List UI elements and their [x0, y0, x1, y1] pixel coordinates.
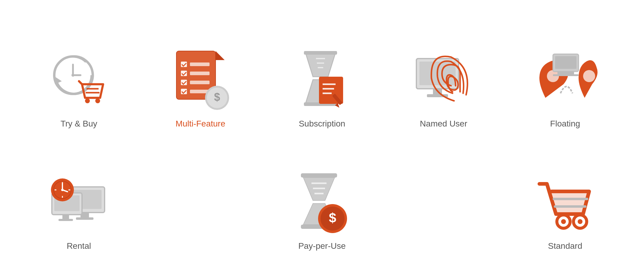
named-user-icon [413, 50, 474, 110]
try-buy-icon [49, 50, 109, 110]
empty-item-2 [383, 135, 504, 257]
multi-feature-item: $ Multi-Feature [140, 12, 261, 135]
svg-point-3 [71, 74, 74, 77]
try-buy-label: Try & Buy [61, 119, 97, 129]
floating-icon [535, 50, 595, 110]
svg-text:$: $ [329, 210, 336, 225]
standard-label: Standard [548, 241, 582, 251]
pay-per-use-item: $ Pay-per-Use [261, 135, 383, 257]
named-user-item: Named User [383, 12, 504, 135]
svg-point-58 [61, 189, 64, 191]
empty-item [140, 135, 261, 257]
svg-rect-48 [76, 217, 93, 220]
floating-label: Floating [550, 119, 580, 129]
svg-point-5 [85, 98, 90, 103]
subscription-item: Subscription [261, 12, 383, 135]
svg-rect-42 [555, 56, 576, 69]
svg-marker-10 [216, 51, 225, 60]
multi-feature-icon: $ [170, 50, 231, 110]
svg-point-6 [95, 98, 100, 103]
named-user-label: Named User [420, 119, 467, 129]
try-buy-item: Try & Buy [18, 12, 140, 135]
standard-icon [535, 172, 595, 232]
rental-item: Rental [18, 135, 140, 257]
standard-item: Standard [504, 135, 626, 257]
svg-rect-51 [62, 215, 69, 219]
svg-rect-15 [190, 72, 210, 75]
svg-rect-44 [553, 74, 579, 76]
svg-point-40 [583, 70, 595, 82]
svg-text:$: $ [214, 91, 220, 103]
svg-point-75 [561, 219, 566, 224]
floating-item: Floating [504, 12, 626, 135]
svg-rect-63 [301, 173, 337, 178]
multi-feature-label: Multi-Feature [175, 119, 225, 129]
rental-label: Rental [67, 241, 91, 251]
rental-icon [49, 172, 109, 232]
pay-per-use-icon: $ [292, 172, 352, 232]
subscription-icon [292, 50, 352, 110]
pay-per-use-label: Pay-per-Use [298, 241, 346, 251]
svg-rect-43 [557, 72, 574, 75]
subscription-label: Subscription [299, 119, 345, 129]
svg-rect-13 [190, 62, 210, 66]
svg-point-76 [578, 219, 582, 224]
svg-rect-17 [190, 81, 210, 84]
svg-rect-52 [58, 219, 73, 221]
svg-rect-23 [304, 51, 337, 55]
